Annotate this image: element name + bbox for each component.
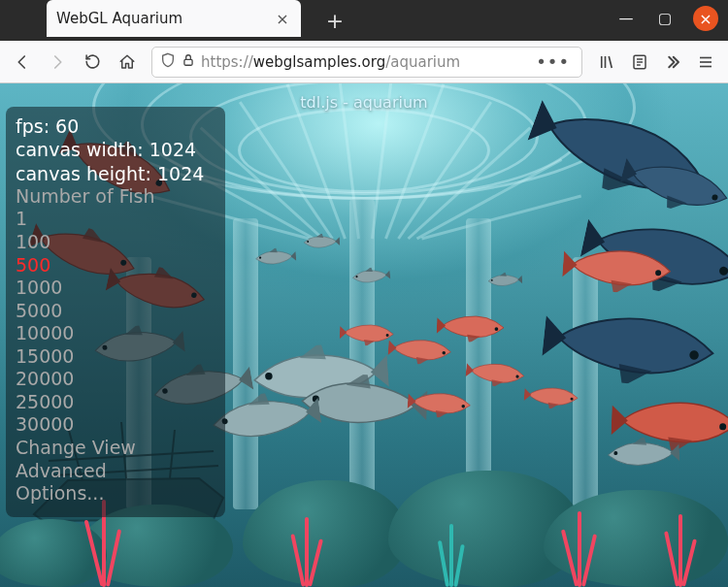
home-button[interactable] [113, 48, 142, 77]
window-close-button[interactable]: × [693, 6, 718, 31]
back-button[interactable] [8, 48, 37, 77]
browser-tab[interactable]: WebGL Aquarium × [47, 0, 301, 37]
fish [340, 320, 399, 346]
tab-title: WebGL Aquarium [56, 10, 274, 27]
tab-close-icon[interactable]: × [274, 10, 291, 27]
fish [251, 246, 296, 268]
fish-count-option[interactable]: 5000 [16, 300, 215, 323]
fish-count-option[interactable]: 20000 [16, 368, 215, 391]
svg-line-3 [609, 56, 612, 68]
fish-count-option[interactable]: 30000 [16, 413, 215, 437]
url-text: https://webglsamples.org/aquarium [201, 53, 526, 71]
fish [301, 233, 341, 250]
reload-button[interactable] [78, 48, 107, 77]
fish-count-option[interactable]: 15000 [16, 345, 215, 369]
browser-toolbar: https://webglsamples.org/aquarium ••• [0, 41, 728, 83]
stats-panel: fps: 60 canvas width: 1024 canvas height… [6, 107, 225, 517]
dome-ring [238, 108, 490, 193]
fish-count-option[interactable]: 25000 [16, 391, 215, 414]
page-title: tdl.js - aquarium [300, 93, 427, 112]
fish [485, 272, 523, 289]
new-tab-button[interactable]: + [322, 8, 347, 33]
minimize-button[interactable]: — [615, 8, 637, 29]
svg-rect-0 [184, 59, 192, 65]
fish-count-option[interactable]: 100 [16, 231, 215, 254]
fish-count-option[interactable]: 500 [16, 254, 215, 277]
url-bar[interactable]: https://webglsamples.org/aquarium ••• [151, 47, 582, 78]
window-controls: — ▢ × [615, 6, 718, 31]
library-button[interactable] [592, 48, 621, 77]
fish-count-option[interactable]: 1000 [16, 277, 215, 300]
lock-icon[interactable] [182, 52, 195, 71]
menu-button[interactable] [691, 48, 720, 77]
advanced-button[interactable]: Advanced [16, 460, 215, 483]
fish [540, 297, 728, 393]
page-actions-icon[interactable]: ••• [532, 51, 574, 72]
forward-button[interactable] [43, 48, 72, 77]
fish [407, 387, 477, 420]
overflow-button[interactable] [658, 48, 687, 77]
titlebar: WebGL Aquarium × + — ▢ × [0, 0, 728, 41]
reader-view-button[interactable] [625, 48, 654, 77]
maximize-button[interactable]: ▢ [654, 8, 676, 29]
fish [523, 382, 583, 410]
fish-count-option[interactable]: 1 [16, 208, 215, 231]
change-view-button[interactable]: Change View [16, 437, 215, 460]
options-button[interactable]: Options... [16, 482, 215, 505]
fish [561, 240, 680, 297]
page-content: tdl.js - aquarium fps: 60 canvas width: … [0, 83, 728, 587]
fish-count-option[interactable]: 10000 [16, 322, 215, 345]
fish [601, 437, 679, 472]
fish-count-header: Number of Fish [16, 185, 215, 209]
canvas-width-stat: canvas width: 1024 [16, 138, 215, 161]
shield-icon[interactable] [160, 52, 176, 72]
fps-stat: fps: 60 [16, 114, 215, 138]
canvas-height-stat: canvas height: 1024 [16, 162, 215, 185]
fish [348, 266, 390, 286]
